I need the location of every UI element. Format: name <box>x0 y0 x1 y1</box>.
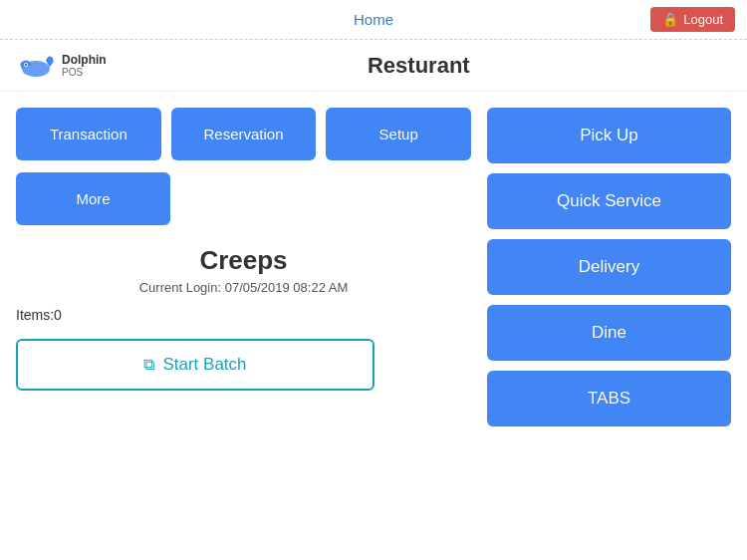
top-buttons-row: Transaction Reservation Setup <box>16 108 471 160</box>
tabs-button[interactable]: TABS <box>487 371 731 426</box>
right-panel: Pick Up Quick Service Delivery Dine TABS <box>487 108 731 544</box>
delivery-button[interactable]: Delivery <box>487 239 731 295</box>
quick-service-button[interactable]: Quick Service <box>487 173 731 229</box>
login-info: Current Login: 07/05/2019 08:22 AM <box>16 280 471 295</box>
pickup-button[interactable]: Pick Up <box>487 108 731 163</box>
logo-text: Dolphin <box>62 53 107 67</box>
page-title: Resturant <box>107 53 731 79</box>
items-count: Items:0 <box>16 307 471 323</box>
home-link[interactable]: Home <box>354 11 393 28</box>
user-name: Creeps <box>16 245 471 276</box>
setup-button[interactable]: Setup <box>326 108 471 160</box>
start-batch-label: Start Batch <box>162 355 246 375</box>
navbar: Home 🔒 Logout <box>0 0 747 40</box>
dine-button[interactable]: Dine <box>487 305 731 361</box>
lock-icon: 🔒 <box>662 12 678 27</box>
reservation-button[interactable]: Reservation <box>171 108 317 160</box>
user-info: Creeps Current Login: 07/05/2019 08:22 A… <box>16 245 471 391</box>
logout-button[interactable]: 🔒 Logout <box>650 7 735 32</box>
dolphin-logo-icon <box>16 51 56 81</box>
more-button[interactable]: More <box>16 172 170 225</box>
logo-area: Dolphin POS <box>16 51 107 81</box>
app-header: Dolphin POS Resturant <box>0 40 747 92</box>
start-batch-icon: ⧉ <box>143 356 154 374</box>
transaction-button[interactable]: Transaction <box>16 108 161 160</box>
left-panel: Transaction Reservation Setup More Creep… <box>16 108 471 544</box>
main-content: Transaction Reservation Setup More Creep… <box>0 92 747 560</box>
start-batch-button[interactable]: ⧉ Start Batch <box>16 339 374 391</box>
logo-subtext: POS <box>62 67 107 78</box>
bottom-buttons-row: More <box>16 172 471 225</box>
svg-point-2 <box>25 64 27 66</box>
